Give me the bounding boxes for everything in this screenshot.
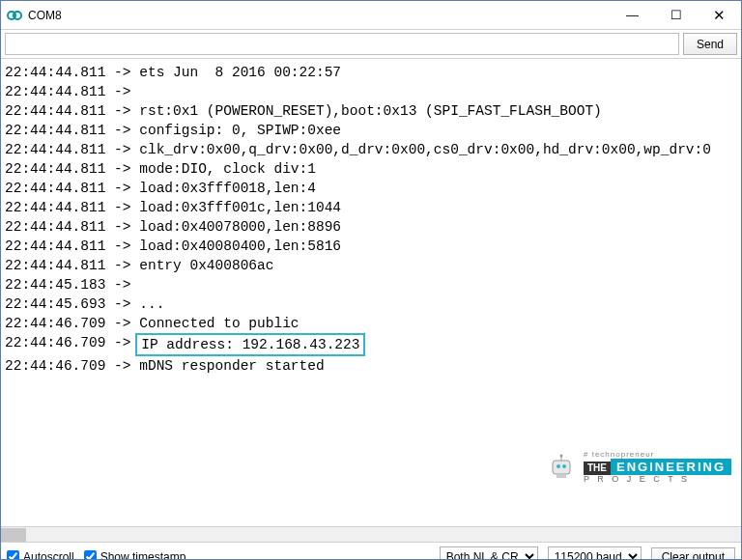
log-message: load:0x40080400,len:5816	[139, 237, 341, 256]
watermark-hash: # technopreneur	[584, 451, 731, 459]
baud-select[interactable]: 115200 baud	[548, 546, 642, 560]
svg-point-7	[559, 455, 562, 458]
log-timestamp: 22:44:44.811 ->	[5, 179, 139, 198]
log-line: 22:44:44.811 -> clk_drv:0x00,q_drv:0x00,…	[5, 140, 741, 159]
log-timestamp: 22:44:44.811 ->	[5, 256, 139, 275]
robot-icon	[545, 451, 578, 484]
ip-address-highlight: IP address: 192.168.43.223	[135, 333, 365, 356]
watermark-the: THE	[584, 462, 611, 475]
log-line: 22:44:44.811 -> entry 0x400806ac	[5, 256, 741, 275]
log-message: ...	[139, 294, 164, 314]
log-message: clk_drv:0x00,q_drv:0x00,d_drv:0x00,cs0_d…	[139, 140, 711, 159]
log-timestamp: 22:44:44.811 ->	[5, 121, 139, 140]
log-line: 22:44:44.811 -> ets Jun 8 2016 00:22:57	[5, 63, 741, 82]
watermark-projects: P R O J E C T S	[584, 475, 731, 484]
send-button[interactable]: Send	[683, 33, 737, 55]
autoscroll-checkbox[interactable]: Autoscroll	[7, 550, 74, 561]
autoscroll-input[interactable]	[7, 550, 19, 560]
timestamp-label: Show timestamp	[100, 550, 186, 561]
log-message: ets Jun 8 2016 00:22:57	[139, 63, 341, 82]
log-timestamp: 22:44:45.693 ->	[5, 294, 139, 314]
timestamp-checkbox[interactable]: Show timestamp	[84, 550, 186, 561]
log-line: 22:44:44.811 -> load:0x3fff001c,len:1044	[5, 198, 741, 217]
log-timestamp: 22:44:44.811 ->	[5, 101, 139, 121]
maximize-button[interactable]: ☐	[654, 1, 698, 30]
log-timestamp: 22:44:46.709 ->	[5, 333, 139, 356]
close-button[interactable]: ✕	[698, 1, 741, 30]
timestamp-input[interactable]	[84, 550, 97, 560]
log-timestamp: 22:44:44.811 ->	[5, 140, 139, 159]
log-message: mDNS responder started	[139, 356, 324, 376]
scrollbar-thumb[interactable]	[1, 528, 26, 542]
log-message: IP address: 192.168.43.223	[139, 333, 365, 356]
horizontal-scrollbar[interactable]	[1, 526, 741, 542]
log-line: 22:44:45.693 -> ...	[5, 294, 741, 314]
log-timestamp: 22:44:44.811 ->	[5, 82, 139, 101]
serial-input-row: Send	[1, 30, 741, 59]
line-ending-select[interactable]: Both NL & CR	[440, 546, 538, 560]
log-message: configsip: 0, SPIWP:0xee	[139, 121, 341, 140]
title-bar: COM8 — ☐ ✕	[1, 1, 741, 30]
svg-point-3	[556, 464, 560, 468]
log-message: entry 0x400806ac	[139, 256, 273, 275]
log-line: 22:44:46.709 -> IP address: 192.168.43.2…	[5, 333, 741, 356]
log-line: 22:44:44.811 -> configsip: 0, SPIWP:0xee	[5, 121, 741, 140]
log-timestamp: 22:44:45.183 ->	[5, 275, 139, 294]
clear-output-button[interactable]: Clear output	[651, 547, 735, 561]
log-message: mode:DIO, clock div:1	[139, 159, 316, 179]
log-line: 22:44:44.811 -> rst:0x1 (POWERON_RESET),…	[5, 101, 741, 121]
log-message: rst:0x1 (POWERON_RESET),boot:0x13 (SPI_F…	[139, 101, 602, 121]
log-timestamp: 22:44:44.811 ->	[5, 63, 139, 82]
log-timestamp: 22:44:46.709 ->	[5, 356, 139, 376]
log-message: load:0x3fff0018,len:4	[139, 179, 316, 198]
autoscroll-label: Autoscroll	[23, 550, 74, 561]
log-line: 22:44:45.183 ->	[5, 275, 741, 294]
log-timestamp: 22:44:44.811 ->	[5, 159, 139, 179]
watermark-logo: # technopreneur THEENGINEERING P R O J E…	[545, 451, 731, 484]
log-line: 22:44:44.811 -> mode:DIO, clock div:1	[5, 159, 741, 179]
window-title: COM8	[28, 9, 611, 22]
log-timestamp: 22:44:44.811 ->	[5, 198, 139, 217]
svg-point-4	[562, 464, 566, 468]
arduino-icon	[7, 8, 22, 23]
log-message: load:0x40078000,len:8896	[139, 217, 341, 237]
watermark-eng: ENGINEERING	[611, 459, 731, 475]
log-line: 22:44:44.811 -> load:0x40080400,len:5816	[5, 237, 741, 256]
minimize-button[interactable]: —	[611, 1, 654, 30]
window-controls: — ☐ ✕	[611, 1, 741, 30]
svg-rect-2	[553, 461, 570, 474]
log-timestamp: 22:44:44.811 ->	[5, 237, 139, 256]
log-line: 22:44:44.811 -> load:0x3fff0018,len:4	[5, 179, 741, 198]
serial-console[interactable]: 22:44:44.811 -> ets Jun 8 2016 00:22:572…	[1, 59, 741, 526]
log-line: 22:44:46.709 -> mDNS responder started	[5, 356, 741, 376]
log-message: load:0x3fff001c,len:1044	[139, 198, 341, 217]
log-line: 22:44:46.709 -> Connected to public	[5, 314, 741, 333]
log-message: Connected to public	[139, 314, 299, 333]
log-line: 22:44:44.811 -> load:0x40078000,len:8896	[5, 217, 741, 237]
log-timestamp: 22:44:44.811 ->	[5, 217, 139, 237]
serial-input[interactable]	[5, 33, 679, 55]
log-line: 22:44:44.811 ->	[5, 82, 741, 101]
svg-rect-5	[556, 474, 566, 478]
log-timestamp: 22:44:46.709 ->	[5, 314, 139, 333]
bottom-bar: Autoscroll Show timestamp Both NL & CR 1…	[1, 542, 741, 560]
